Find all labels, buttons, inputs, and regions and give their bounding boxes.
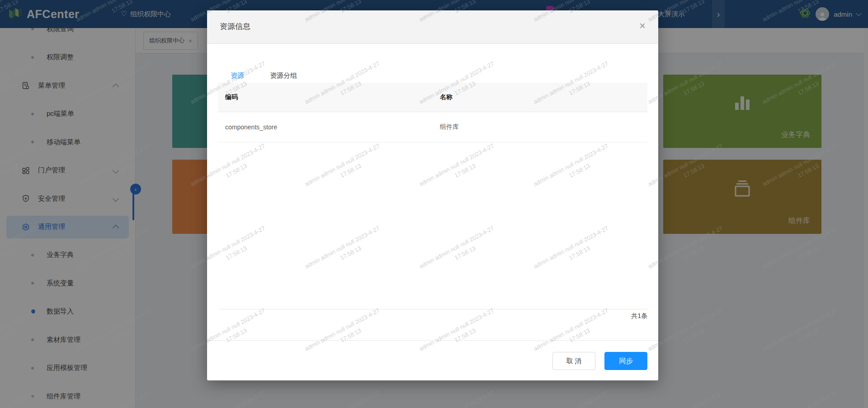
column-header-name: 名称 — [433, 83, 647, 112]
close-icon[interactable]: × — [639, 20, 646, 31]
modal-header: 资源信息 × — [207, 10, 658, 44]
tab-label: 资源 — [231, 71, 244, 80]
table-bottom-border — [218, 309, 647, 309]
modal-footer: 取 消 同步 — [207, 340, 658, 381]
resource-info-modal: 资源信息 × 资源 资源分组 编码 名称 components_store 组件… — [207, 10, 658, 380]
table-row[interactable]: components_store 组件库 — [218, 112, 647, 142]
resource-table: 编码 名称 components_store 组件库 — [218, 83, 647, 142]
column-header-code: 编码 — [218, 83, 433, 112]
pagination-total: 共1条 — [631, 312, 647, 320]
sync-button[interactable]: 同步 — [604, 352, 647, 370]
tab-label: 资源分组 — [270, 71, 297, 80]
cancel-button[interactable]: 取 消 — [552, 352, 595, 370]
modal-title: 资源信息 — [220, 21, 250, 32]
cell-code: components_store — [218, 112, 433, 142]
table-header-row: 编码 名称 — [218, 83, 647, 112]
cell-name: 组件库 — [433, 112, 647, 142]
